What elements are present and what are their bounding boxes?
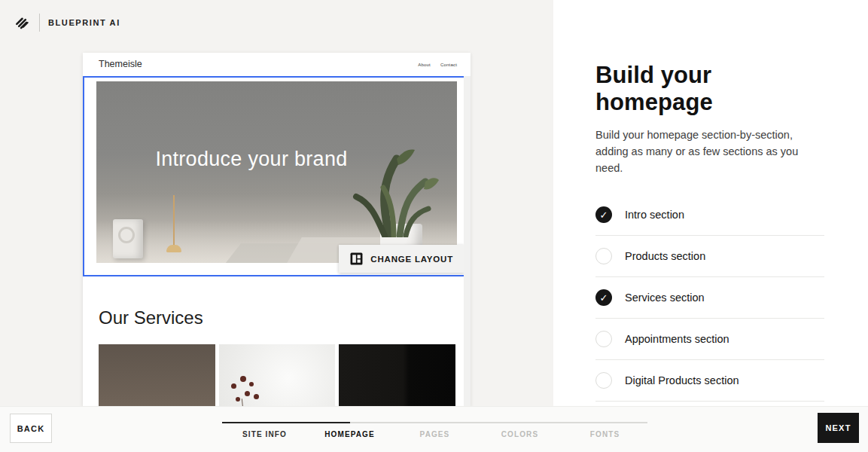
hero-artwork [96, 81, 457, 263]
hero-title: Introduce your brand [96, 148, 407, 171]
checkbox-icon[interactable] [595, 248, 612, 264]
preview-nav-about[interactable]: About [418, 63, 431, 67]
tab-homepage[interactable]: HOMEPAGE [307, 430, 392, 438]
hero-section-selected[interactable]: Introduce your brand CHANGE LAYOUT [83, 76, 471, 276]
app-brand: BLUEPRINT AI [14, 14, 120, 32]
section-item-services[interactable]: Services section [595, 277, 824, 319]
section-item-label: Services section [625, 292, 705, 304]
service-image-sphere[interactable] [339, 344, 455, 407]
checkbox-icon[interactable] [595, 206, 612, 223]
preview-site-name: Themeisle [99, 59, 142, 69]
section-item-intro[interactable]: Intro section [595, 194, 824, 236]
panel-title: Build your homepage [595, 62, 824, 116]
back-button[interactable]: BACK [10, 414, 52, 443]
wizard-footer: BACK SITE INFO HOMEPAGE PAGES COLORS FON… [0, 406, 868, 452]
tab-colors[interactable]: COLORS [477, 430, 562, 438]
section-item-label: Appointments section [625, 333, 729, 345]
service-image-flowers[interactable] [219, 344, 336, 407]
brand-name: BLUEPRINT AI [48, 18, 120, 27]
tab-pages[interactable]: PAGES [392, 430, 477, 438]
panel-description: Build your homepage section-by-section, … [595, 127, 821, 176]
section-item-products[interactable]: Products section [595, 236, 824, 277]
preview-nav: About Contact [418, 63, 457, 67]
blueprint-ai-screen: BLUEPRINT AI ✕ Themeisle About Contact [0, 0, 868, 452]
section-item-digital-products[interactable]: Digital Products section [595, 360, 824, 402]
squarespace-logo-icon [14, 14, 31, 32]
checkbox-icon[interactable] [595, 331, 612, 347]
tab-fonts[interactable]: FONTS [562, 430, 647, 438]
preview-scrollbar[interactable] [464, 76, 471, 407]
site-preview: Themeisle About Contact [83, 53, 471, 407]
preview-nav-contact[interactable]: Contact [440, 63, 457, 67]
tab-site-info[interactable]: SITE INFO [222, 430, 307, 438]
homepage-builder-panel: Build your homepage Build your homepage … [553, 0, 868, 452]
services-section-title: Our Services [99, 307, 203, 328]
wizard-steps: SITE INFO HOMEPAGE PAGES COLORS FONTS [222, 422, 647, 438]
brand-divider [39, 14, 40, 32]
change-layout-button[interactable]: CHANGE LAYOUT [339, 245, 464, 273]
change-layout-label: CHANGE LAYOUT [370, 255, 453, 264]
steps-progress-bar [222, 422, 350, 423]
section-item-appointments[interactable]: Appointments section [595, 319, 824, 360]
hero-image: Introduce your brand [96, 81, 457, 263]
plant-icon [330, 124, 443, 237]
layout-icon [350, 252, 363, 265]
steps-progress-track [222, 422, 647, 423]
service-image-chair[interactable] [99, 344, 215, 407]
section-item-label: Digital Products section [625, 374, 739, 386]
preview-site-header: Themeisle About Contact [83, 53, 471, 76]
checkbox-icon[interactable] [595, 289, 612, 306]
section-item-label: Intro section [625, 209, 684, 221]
next-button[interactable]: NEXT [818, 413, 859, 443]
section-item-label: Products section [625, 250, 705, 262]
services-image-row [99, 344, 455, 407]
checkbox-icon[interactable] [595, 372, 612, 389]
